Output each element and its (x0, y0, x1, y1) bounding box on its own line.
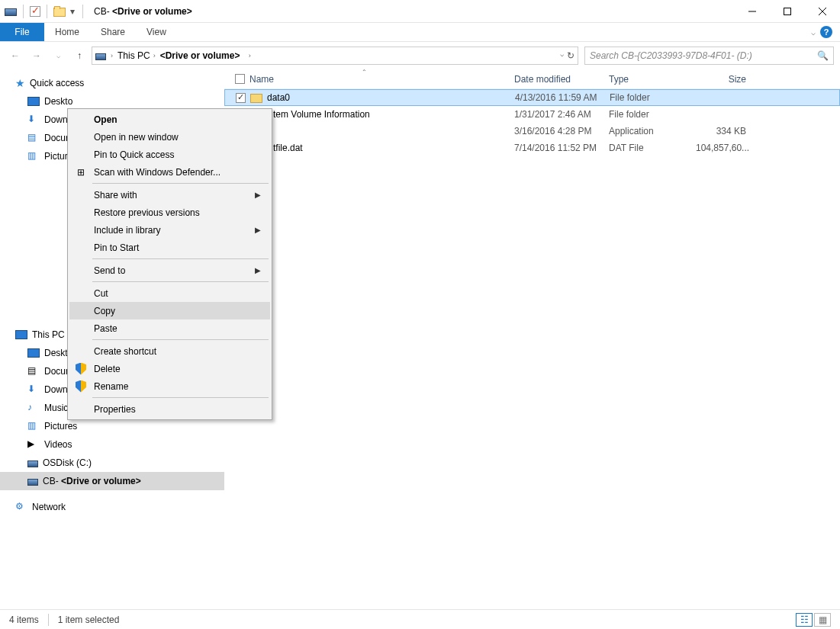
view-tab[interactable]: View (136, 23, 177, 41)
row-checkbox[interactable] (236, 93, 246, 103)
minimize-button[interactable] (735, 0, 770, 23)
window-title: CB- <Drive or volume> (94, 6, 192, 17)
file-row[interactable]: data0 4/13/2016 11:59 AM File folder (224, 89, 840, 106)
ctx-cut[interactable]: Cut (69, 284, 270, 302)
recent-button[interactable]: ⌵ (49, 47, 67, 65)
home-tab[interactable]: Home (44, 23, 90, 41)
context-menu: Open Open in new window Pin to Quick acc… (67, 108, 272, 420)
file-row[interactable]: tfile.dat 7/14/2016 11:52 PM DAT File 10… (224, 140, 840, 156)
download-icon: ⬇ (27, 383, 40, 396)
close-button[interactable] (805, 0, 840, 23)
address-bar[interactable]: › This PC› <Drive or volume> › ⌵ ↻ (92, 47, 578, 65)
network[interactable]: ⚙Network (0, 498, 224, 516)
col-date[interactable]: Date modified (510, 74, 604, 85)
up-button[interactable]: ↑ (70, 47, 89, 65)
forward-button[interactable]: → (27, 47, 46, 65)
document-icon: ▤ (27, 132, 40, 144)
download-icon: ⬇ (27, 114, 40, 126)
svg-rect-1 (784, 8, 791, 14)
ctx-open[interactable]: Open (69, 111, 270, 128)
details-view-button[interactable]: ☷ (796, 613, 813, 627)
ribbon-expand-icon[interactable]: ⌵ (811, 28, 816, 37)
file-row[interactable]: 3/16/2016 4:28 PM Application 334 KB (224, 123, 840, 140)
status-bar: 4 items 1 item selected ☷ ▦ (0, 609, 840, 629)
column-header: Name ⌃ Date modified Type Size (224, 69, 840, 89)
ctx-properties[interactable]: Properties (69, 400, 270, 418)
defender-icon: ⊞ (74, 165, 88, 179)
back-button[interactable]: ← (6, 47, 24, 65)
col-size[interactable]: Size (691, 74, 751, 85)
share-tab[interactable]: Share (90, 23, 136, 41)
folder-icon[interactable] (53, 8, 66, 17)
crumb-drive: <Drive or volume> › (160, 50, 251, 61)
disk-icon (27, 461, 38, 467)
pc-osdisk[interactable]: OSDisk (C:) (0, 454, 224, 472)
status-selected-count: 1 item selected (58, 615, 120, 625)
file-list: Name ⌃ Date modified Type Size data0 4/1… (224, 69, 840, 605)
select-all-checkbox[interactable] (235, 74, 245, 84)
shield-icon (74, 380, 88, 393)
document-icon: ▤ (27, 365, 40, 377)
ctx-paste[interactable]: Paste (69, 319, 270, 337)
title-bar: ▾ CB- <Drive or volume> (0, 0, 840, 23)
music-icon: ♪ (27, 402, 40, 414)
ctx-include[interactable]: Include in library▶ (69, 221, 270, 239)
drive-icon (5, 8, 17, 16)
folder-icon (250, 94, 262, 103)
picture-icon: ▥ (27, 150, 40, 162)
search-input[interactable]: Search CB-{C2033993-97D8-4F01- (D:) 🔍 (584, 47, 834, 65)
refresh-icon[interactable]: ↻ (567, 50, 574, 61)
nav-row: ← → ⌵ ↑ › This PC› <Drive or volume> › ⌵… (0, 42, 840, 69)
ctx-pin-start[interactable]: Pin to Start (69, 239, 270, 256)
ctx-pin-qa[interactable]: Pin to Quick access (69, 146, 270, 163)
ctx-defender[interactable]: ⊞Scan with Windows Defender... (69, 163, 270, 181)
status-item-count: 4 items (9, 615, 39, 625)
ctx-open-new[interactable]: Open in new window (69, 128, 270, 146)
quick-access[interactable]: ★ Quick access (0, 74, 224, 92)
check-icon[interactable] (30, 6, 40, 17)
star-icon: ★ (15, 77, 25, 89)
chevron-right-icon: ▶ (255, 226, 261, 234)
picture-icon: ▥ (27, 420, 40, 432)
chevron-right-icon: ▶ (255, 191, 261, 199)
pc-cb-drive[interactable]: CB- <Drive or volume> (0, 472, 224, 490)
ribbon: File Home Share View ⌵ ? (0, 23, 840, 42)
help-icon[interactable]: ? (820, 26, 832, 38)
ctx-shortcut[interactable]: Create shortcut (69, 342, 270, 360)
ctx-share-with[interactable]: Share with▶ (69, 186, 270, 204)
video-icon: ▶ (27, 438, 40, 451)
search-icon[interactable]: 🔍 (817, 50, 829, 61)
desktop-icon (27, 348, 40, 358)
shield-icon (74, 362, 88, 376)
col-type[interactable]: Type (604, 74, 691, 85)
ctx-restore[interactable]: Restore previous versions (69, 204, 270, 221)
file-row[interactable]: tem Volume Information 1/31/2017 2:46 AM… (224, 106, 840, 123)
ctx-copy[interactable]: Copy (69, 302, 270, 319)
pc-videos[interactable]: ▶Videos (0, 435, 224, 454)
drive-icon (27, 479, 38, 486)
network-icon: ⚙ (15, 501, 27, 513)
ctx-rename[interactable]: Rename (69, 377, 270, 395)
ctx-send-to[interactable]: Send to▶ (69, 262, 270, 279)
maximize-button[interactable] (770, 0, 805, 23)
pc-icon (15, 330, 27, 339)
col-name[interactable]: Name ⌃ (224, 74, 510, 85)
dropdown-icon[interactable]: ⌵ (560, 50, 564, 61)
file-tab[interactable]: File (0, 23, 44, 41)
desktop-icon (27, 97, 40, 106)
sort-indicator-icon: ⌃ (362, 69, 367, 75)
chevron-right-icon: ▶ (255, 266, 261, 274)
icons-view-button[interactable]: ▦ (814, 613, 831, 627)
drive-icon (95, 53, 106, 60)
ctx-delete[interactable]: Delete (69, 360, 270, 377)
crumb-this-pc: This PC› (117, 50, 156, 61)
